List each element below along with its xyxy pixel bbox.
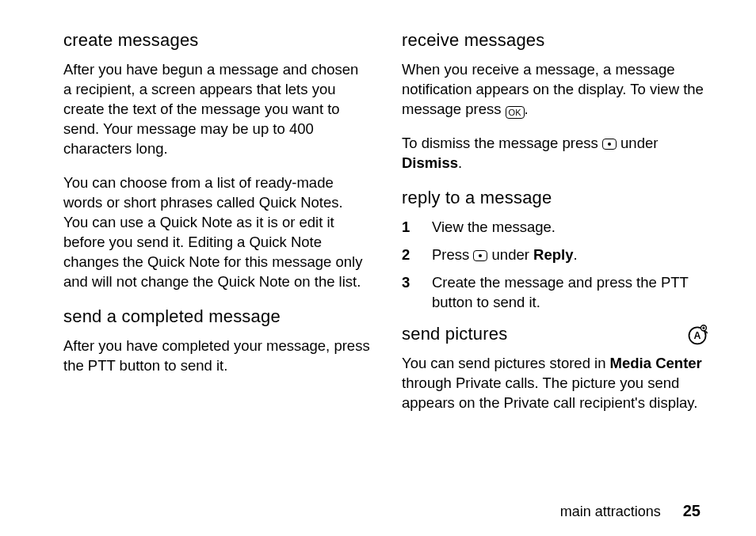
dismiss-label: Dismiss (402, 154, 458, 171)
reply-step-2c: . (573, 246, 577, 263)
softkey-icon (602, 139, 617, 150)
para-receive-2c: . (458, 154, 462, 171)
heading-send-completed: send a completed message (63, 306, 370, 327)
left-column: create messages After you have begun a m… (63, 22, 370, 428)
para-pictures-1a: You can send pictures stored in (402, 355, 610, 371)
reply-step-3: Create the message and press the PTT but… (402, 273, 708, 313)
footer-section: main attractions (560, 504, 661, 520)
para-receive-2a: To dismiss the message press (402, 135, 602, 151)
manual-page: create messages After you have begun a m… (0, 0, 756, 536)
para-pictures-1: You can send pictures stored in Media Ce… (402, 354, 708, 413)
para-receive-1b: . (525, 101, 529, 117)
reply-step-2b: under (487, 246, 533, 263)
para-receive-2b: under (617, 135, 658, 151)
reply-label: Reply (533, 246, 573, 263)
reply-step-1: View the message. (402, 218, 708, 238)
ok-key-icon: OK (506, 106, 525, 119)
para-create-2: You can choose from a list of ready-made… (63, 173, 370, 292)
heading-send-pictures: send pictures (402, 324, 708, 344)
heading-reply: reply to a message (402, 188, 708, 208)
footer-page-number: 25 (683, 502, 701, 520)
softkey-icon (473, 250, 487, 261)
right-column: receive messages When you receive a mess… (402, 22, 708, 428)
send-pictures-header-row: send pictures A (402, 324, 708, 344)
para-send-1: After you have completed your message, p… (63, 336, 370, 376)
media-center-label: Media Center (610, 355, 702, 371)
reply-step-2: Press under Reply. (402, 245, 708, 265)
feature-a-icon: A (686, 324, 708, 346)
para-receive-1: When you receive a message, a message no… (402, 60, 708, 120)
heading-create-messages: create messages (63, 30, 370, 51)
reply-step-2a: Press (432, 246, 473, 263)
para-create-1: After you have begun a message and chose… (63, 60, 370, 159)
para-receive-1a: When you receive a message, a message no… (402, 61, 704, 117)
para-receive-2: To dismiss the message press under Dismi… (402, 134, 708, 173)
page-footer: main attractions 25 (63, 502, 708, 520)
reply-steps: View the message. Press under Reply. Cre… (402, 218, 708, 313)
svg-text:A: A (694, 330, 701, 341)
para-pictures-1b: through Private calls. The picture you s… (402, 374, 697, 411)
content-columns: create messages After you have begun a m… (63, 22, 708, 428)
heading-receive-messages: receive messages (402, 30, 708, 51)
